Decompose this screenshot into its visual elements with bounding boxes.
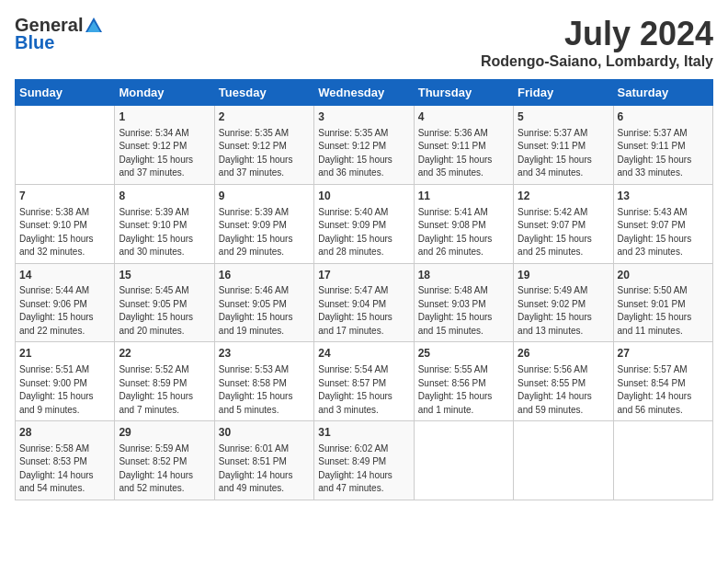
header-thursday: Thursday bbox=[414, 80, 513, 106]
day-number: 7 bbox=[19, 189, 110, 204]
day-number: 12 bbox=[518, 189, 609, 204]
cell-content: Sunrise: 5:58 AM Sunset: 8:53 PM Dayligh… bbox=[19, 442, 110, 496]
week-row-5: 28Sunrise: 5:58 AM Sunset: 8:53 PM Dayli… bbox=[16, 421, 713, 500]
day-number: 8 bbox=[119, 189, 210, 204]
cell-content: Sunrise: 5:57 AM Sunset: 8:54 PM Dayligh… bbox=[618, 363, 709, 417]
cell-content: Sunrise: 5:50 AM Sunset: 9:01 PM Dayligh… bbox=[618, 284, 709, 338]
cell-content: Sunrise: 5:46 AM Sunset: 9:05 PM Dayligh… bbox=[219, 284, 310, 338]
header: General Blue July 2024 Rodengo-Saiano, L… bbox=[15, 15, 713, 70]
header-friday: Friday bbox=[514, 80, 613, 106]
day-number: 22 bbox=[119, 346, 210, 362]
calendar-cell: 14Sunrise: 5:44 AM Sunset: 9:06 PM Dayli… bbox=[16, 263, 115, 342]
day-number: 13 bbox=[618, 189, 709, 204]
cell-content: Sunrise: 5:41 AM Sunset: 9:08 PM Dayligh… bbox=[418, 206, 509, 259]
day-number: 24 bbox=[318, 346, 409, 362]
day-number: 15 bbox=[119, 268, 210, 283]
day-number: 23 bbox=[219, 346, 310, 362]
calendar-cell: 8Sunrise: 5:39 AM Sunset: 9:10 PM Daylig… bbox=[115, 184, 214, 263]
calendar-cell: 31Sunrise: 6:02 AM Sunset: 8:49 PM Dayli… bbox=[314, 421, 414, 500]
day-number: 11 bbox=[418, 189, 509, 204]
day-number: 4 bbox=[418, 109, 509, 125]
header-saturday: Saturday bbox=[613, 80, 712, 106]
day-number: 25 bbox=[418, 346, 509, 362]
calendar-cell: 18Sunrise: 5:48 AM Sunset: 9:03 PM Dayli… bbox=[414, 263, 513, 342]
cell-content: Sunrise: 5:35 AM Sunset: 9:12 PM Dayligh… bbox=[318, 127, 409, 180]
cell-content: Sunrise: 5:42 AM Sunset: 9:07 PM Dayligh… bbox=[518, 206, 609, 259]
calendar-cell bbox=[514, 421, 613, 500]
day-number: 20 bbox=[618, 268, 709, 283]
day-number: 14 bbox=[19, 268, 110, 283]
calendar-cell: 27Sunrise: 5:57 AM Sunset: 8:54 PM Dayli… bbox=[613, 342, 712, 421]
cell-content: Sunrise: 5:51 AM Sunset: 9:00 PM Dayligh… bbox=[19, 363, 110, 417]
cell-content: Sunrise: 5:37 AM Sunset: 9:11 PM Dayligh… bbox=[518, 127, 609, 180]
day-number: 9 bbox=[219, 189, 310, 204]
header-wednesday: Wednesday bbox=[314, 80, 414, 106]
cell-content: Sunrise: 5:48 AM Sunset: 9:03 PM Dayligh… bbox=[418, 284, 509, 338]
calendar-cell: 3Sunrise: 5:35 AM Sunset: 9:12 PM Daylig… bbox=[314, 106, 414, 185]
calendar-cell: 12Sunrise: 5:42 AM Sunset: 9:07 PM Dayli… bbox=[514, 184, 613, 263]
cell-content: Sunrise: 5:55 AM Sunset: 8:56 PM Dayligh… bbox=[418, 363, 509, 417]
calendar-cell: 6Sunrise: 5:37 AM Sunset: 9:11 PM Daylig… bbox=[613, 106, 712, 185]
day-number: 21 bbox=[19, 346, 110, 362]
title-area: July 2024 Rodengo-Saiano, Lombardy, Ital… bbox=[481, 15, 713, 70]
header-sunday: Sunday bbox=[16, 80, 115, 106]
calendar-cell: 9Sunrise: 5:39 AM Sunset: 9:09 PM Daylig… bbox=[214, 184, 313, 263]
calendar-cell bbox=[16, 106, 115, 185]
day-number: 10 bbox=[318, 189, 409, 204]
week-row-3: 14Sunrise: 5:44 AM Sunset: 9:06 PM Dayli… bbox=[16, 263, 713, 342]
cell-content: Sunrise: 5:49 AM Sunset: 9:02 PM Dayligh… bbox=[518, 284, 609, 338]
cell-content: Sunrise: 6:01 AM Sunset: 8:51 PM Dayligh… bbox=[219, 442, 310, 496]
calendar-cell: 23Sunrise: 5:53 AM Sunset: 8:58 PM Dayli… bbox=[214, 342, 313, 421]
location: Rodengo-Saiano, Lombardy, Italy bbox=[481, 53, 713, 70]
cell-content: Sunrise: 5:36 AM Sunset: 9:11 PM Dayligh… bbox=[418, 127, 509, 180]
cell-content: Sunrise: 5:56 AM Sunset: 8:55 PM Dayligh… bbox=[518, 363, 609, 417]
cell-content: Sunrise: 5:38 AM Sunset: 9:10 PM Dayligh… bbox=[19, 206, 110, 259]
cell-content: Sunrise: 6:02 AM Sunset: 8:49 PM Dayligh… bbox=[318, 442, 409, 496]
calendar-cell: 20Sunrise: 5:50 AM Sunset: 9:01 PM Dayli… bbox=[613, 263, 712, 342]
calendar-header-row: SundayMondayTuesdayWednesdayThursdayFrid… bbox=[16, 80, 713, 106]
calendar-cell: 11Sunrise: 5:41 AM Sunset: 9:08 PM Dayli… bbox=[414, 184, 513, 263]
day-number: 16 bbox=[219, 268, 310, 283]
logo-icon bbox=[84, 16, 104, 36]
cell-content: Sunrise: 5:37 AM Sunset: 9:11 PM Dayligh… bbox=[618, 127, 709, 180]
calendar-cell: 17Sunrise: 5:47 AM Sunset: 9:04 PM Dayli… bbox=[314, 263, 414, 342]
calendar-cell: 22Sunrise: 5:52 AM Sunset: 8:59 PM Dayli… bbox=[115, 342, 214, 421]
cell-content: Sunrise: 5:35 AM Sunset: 9:12 PM Dayligh… bbox=[219, 127, 310, 180]
calendar-cell: 21Sunrise: 5:51 AM Sunset: 9:00 PM Dayli… bbox=[16, 342, 115, 421]
calendar-cell: 26Sunrise: 5:56 AM Sunset: 8:55 PM Dayli… bbox=[514, 342, 613, 421]
day-number: 17 bbox=[318, 268, 409, 283]
day-number: 5 bbox=[518, 109, 609, 125]
calendar-cell: 1Sunrise: 5:34 AM Sunset: 9:12 PM Daylig… bbox=[115, 106, 214, 185]
day-number: 2 bbox=[219, 109, 310, 125]
cell-content: Sunrise: 5:47 AM Sunset: 9:04 PM Dayligh… bbox=[318, 284, 409, 338]
calendar-cell: 2Sunrise: 5:35 AM Sunset: 9:12 PM Daylig… bbox=[214, 106, 313, 185]
calendar-cell: 16Sunrise: 5:46 AM Sunset: 9:05 PM Dayli… bbox=[214, 263, 313, 342]
week-row-4: 21Sunrise: 5:51 AM Sunset: 9:00 PM Dayli… bbox=[16, 342, 713, 421]
cell-content: Sunrise: 5:45 AM Sunset: 9:05 PM Dayligh… bbox=[119, 284, 210, 338]
calendar-cell bbox=[414, 421, 513, 500]
calendar-cell: 24Sunrise: 5:54 AM Sunset: 8:57 PM Dayli… bbox=[314, 342, 414, 421]
calendar-cell: 19Sunrise: 5:49 AM Sunset: 9:02 PM Dayli… bbox=[514, 263, 613, 342]
calendar-cell: 5Sunrise: 5:37 AM Sunset: 9:11 PM Daylig… bbox=[514, 106, 613, 185]
day-number: 30 bbox=[219, 425, 310, 441]
cell-content: Sunrise: 5:54 AM Sunset: 8:57 PM Dayligh… bbox=[318, 363, 409, 417]
cell-content: Sunrise: 5:59 AM Sunset: 8:52 PM Dayligh… bbox=[119, 442, 210, 496]
cell-content: Sunrise: 5:39 AM Sunset: 9:10 PM Dayligh… bbox=[119, 206, 210, 259]
logo: General Blue bbox=[15, 15, 105, 53]
cell-content: Sunrise: 5:53 AM Sunset: 8:58 PM Dayligh… bbox=[219, 363, 310, 417]
day-number: 1 bbox=[119, 109, 210, 125]
cell-content: Sunrise: 5:52 AM Sunset: 8:59 PM Dayligh… bbox=[119, 363, 210, 417]
calendar-cell: 13Sunrise: 5:43 AM Sunset: 9:07 PM Dayli… bbox=[613, 184, 712, 263]
cell-content: Sunrise: 5:39 AM Sunset: 9:09 PM Dayligh… bbox=[219, 206, 310, 259]
calendar-cell: 10Sunrise: 5:40 AM Sunset: 9:09 PM Dayli… bbox=[314, 184, 414, 263]
calendar-cell bbox=[613, 421, 712, 500]
week-row-1: 1Sunrise: 5:34 AM Sunset: 9:12 PM Daylig… bbox=[16, 106, 713, 185]
month-year: July 2024 bbox=[481, 15, 713, 53]
day-number: 3 bbox=[318, 109, 409, 125]
calendar-cell: 28Sunrise: 5:58 AM Sunset: 8:53 PM Dayli… bbox=[16, 421, 115, 500]
calendar-cell: 4Sunrise: 5:36 AM Sunset: 9:11 PM Daylig… bbox=[414, 106, 513, 185]
cell-content: Sunrise: 5:44 AM Sunset: 9:06 PM Dayligh… bbox=[19, 284, 110, 338]
calendar-cell: 7Sunrise: 5:38 AM Sunset: 9:10 PM Daylig… bbox=[16, 184, 115, 263]
week-row-2: 7Sunrise: 5:38 AM Sunset: 9:10 PM Daylig… bbox=[16, 184, 713, 263]
day-number: 28 bbox=[19, 425, 110, 441]
